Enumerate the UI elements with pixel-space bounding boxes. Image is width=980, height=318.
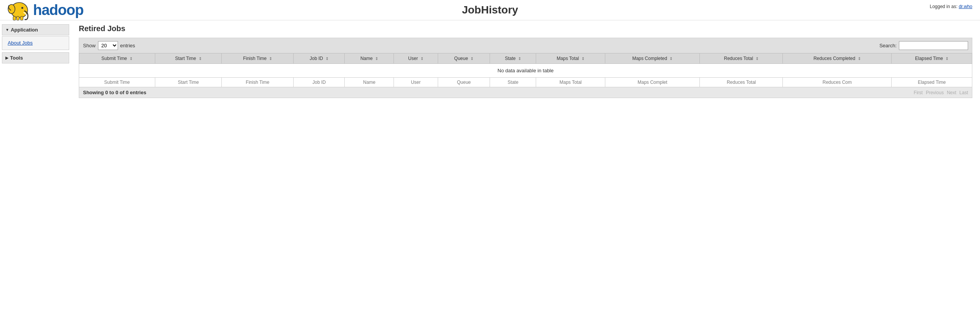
logged-in-label: Logged in as: xyxy=(930,4,957,9)
svg-rect-5 xyxy=(20,17,23,20)
header: hadoop JobHistory Logged in as: dr.who xyxy=(0,0,980,20)
tools-arrow-icon: ▶ xyxy=(5,56,8,60)
table-footer-labels-row: Submit Time Start Time Finish Time Job I… xyxy=(79,78,972,87)
sidebar-application-nav: About Jobs xyxy=(2,36,69,50)
table-controls: Show 20 50 100 entries Search: xyxy=(79,38,972,53)
pagination-first[interactable]: First xyxy=(914,90,923,95)
col-reduces-total[interactable]: Reduces Total ⇕ xyxy=(700,53,783,64)
sidebar-application-section[interactable]: ▼ Application xyxy=(2,24,69,35)
content-area: Retired Jobs Show 20 50 100 entries Sear… xyxy=(71,24,980,98)
col-name[interactable]: Name ⇕ xyxy=(345,53,394,64)
svg-rect-3 xyxy=(13,17,16,20)
search-label: Search: xyxy=(879,43,897,48)
hadoop-logo-text: hadoop xyxy=(33,2,83,18)
footer-col-submit-time: Submit Time xyxy=(79,78,155,87)
col-finish-time[interactable]: Finish Time ⇕ xyxy=(222,53,294,64)
footer-col-elapsed-time: Elapsed Time xyxy=(892,78,972,87)
pagination-last[interactable]: Last xyxy=(959,90,968,95)
sidebar-item-about-jobs[interactable]: About Jobs xyxy=(2,38,69,48)
footer-col-reduces-total: Reduces Total xyxy=(700,78,783,87)
col-maps-total[interactable]: Maps Total ⇕ xyxy=(536,53,605,64)
pagination-next[interactable]: Next xyxy=(947,90,957,95)
footer-col-reduces-com: Reduces Com xyxy=(783,78,892,87)
show-entries-control: Show 20 50 100 entries xyxy=(83,41,135,50)
svg-point-2 xyxy=(22,7,23,9)
pagination-previous[interactable]: Previous xyxy=(926,90,944,95)
search-input[interactable] xyxy=(899,41,968,50)
entries-label: entries xyxy=(120,43,135,48)
showing-entries-text: Showing 0 to 0 of 0 entries xyxy=(83,90,146,95)
show-label: Show xyxy=(83,43,96,48)
logo-area: hadoop xyxy=(8,0,83,21)
logged-in-info: Logged in as: dr.who xyxy=(930,4,972,9)
col-start-time[interactable]: Start Time ⇕ xyxy=(155,53,222,64)
footer-col-start-time: Start Time xyxy=(155,78,222,87)
col-job-id[interactable]: Job ID ⇕ xyxy=(294,53,345,64)
no-data-row: No data available in table xyxy=(79,64,972,78)
sidebar-tools-section[interactable]: ▶ Tools xyxy=(2,52,69,63)
search-area: Search: xyxy=(879,41,968,50)
footer-col-user: User xyxy=(394,78,438,87)
tools-label: Tools xyxy=(10,55,23,61)
footer-col-job-id: Job ID xyxy=(294,78,345,87)
application-arrow-icon: ▼ xyxy=(5,28,9,32)
page-title: JobHistory xyxy=(462,4,518,16)
page-heading: Retired Jobs xyxy=(79,24,972,33)
footer-col-state: State xyxy=(490,78,536,87)
main-layout: ▼ Application About Jobs ▶ Tools Retired… xyxy=(0,24,980,98)
col-submit-time[interactable]: Submit Time ⇕ xyxy=(79,53,155,64)
col-user[interactable]: User ⇕ xyxy=(394,53,438,64)
hadoop-logo-icon xyxy=(8,0,31,21)
col-reduces-completed[interactable]: Reduces Completed ⇕ xyxy=(783,53,892,64)
no-data-text: No data available in table xyxy=(79,64,972,78)
footer-col-finish-time: Finish Time xyxy=(222,78,294,87)
logged-in-user: dr.who xyxy=(959,4,972,9)
col-maps-completed[interactable]: Maps Completed ⇕ xyxy=(605,53,700,64)
svg-rect-4 xyxy=(17,17,19,20)
table-header-row: Submit Time ⇕ Start Time ⇕ Finish Time ⇕… xyxy=(79,53,972,64)
footer-col-maps-total: Maps Total xyxy=(536,78,605,87)
footer-col-queue: Queue xyxy=(438,78,490,87)
entries-select[interactable]: 20 50 100 xyxy=(98,41,118,50)
col-queue[interactable]: Queue ⇕ xyxy=(438,53,490,64)
jobs-table: Submit Time ⇕ Start Time ⇕ Finish Time ⇕… xyxy=(79,53,972,87)
footer-col-name: Name xyxy=(345,78,394,87)
pagination-controls: First Previous Next Last xyxy=(914,90,968,95)
table-footer: Showing 0 to 0 of 0 entries First Previo… xyxy=(79,87,972,98)
sidebar: ▼ Application About Jobs ▶ Tools xyxy=(0,24,71,98)
col-elapsed-time[interactable]: Elapsed Time ⇕ xyxy=(892,53,972,64)
application-label: Application xyxy=(11,27,38,33)
footer-col-maps-complet: Maps Complet xyxy=(605,78,700,87)
col-state[interactable]: State ⇕ xyxy=(490,53,536,64)
